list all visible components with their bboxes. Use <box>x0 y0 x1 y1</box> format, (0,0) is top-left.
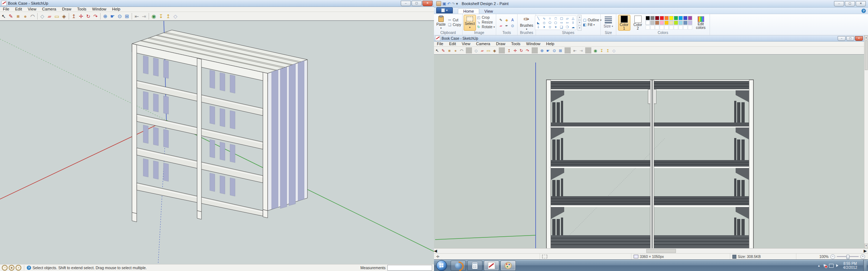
shape-pentagon[interactable]: ⬠ <box>547 21 553 25</box>
tape-measure-icon[interactable]: ▭ <box>53 13 60 20</box>
horizontal-scroll-thumb[interactable] <box>646 249 676 253</box>
zoom-extents-icon[interactable]: ⊞ <box>123 13 131 20</box>
swatch-white[interactable] <box>646 21 650 25</box>
swatch-black[interactable] <box>646 16 650 20</box>
taskbar-firefox-button[interactable] <box>451 261 466 271</box>
push-pull-icon[interactable]: ↥ <box>70 13 77 20</box>
make-component-icon[interactable]: ◇ <box>39 13 46 20</box>
swatch-light-turquoise[interactable] <box>678 21 683 25</box>
shape-six-point-star[interactable]: ✶ <box>553 25 558 29</box>
network-icon[interactable] <box>829 264 834 268</box>
fill-button[interactable]: ◧Fill▾ <box>583 23 601 27</box>
component-icon[interactable]: ◇ <box>172 13 179 20</box>
geolocation-status-icon[interactable]: ◔ <box>2 265 8 271</box>
tab-view[interactable]: View <box>479 9 498 14</box>
color1-button[interactable]: Color 1 <box>618 15 630 31</box>
taskbar-sketchup-button[interactable] <box>484 261 499 271</box>
orbit-tool-icon[interactable]: ⊕ <box>102 13 109 20</box>
action-center-icon[interactable]: ⚑ <box>823 263 826 268</box>
swatch-gray-25[interactable] <box>650 21 655 25</box>
swatch-gold[interactable] <box>664 21 669 25</box>
previous-view-icon[interactable]: ⇤ <box>133 13 140 20</box>
taskbar-paint-button[interactable] <box>501 261 516 271</box>
outline-button[interactable]: ▢Outline▾ <box>583 18 601 22</box>
shape-five-point-star[interactable]: ✩ <box>547 25 553 29</box>
swatch-dark-red[interactable] <box>655 16 659 20</box>
scroll-up-arrow[interactable]: ▲ <box>864 35 868 40</box>
restore-button[interactable]: ▢ <box>412 1 422 6</box>
save-icon[interactable]: ▣ <box>442 1 446 6</box>
vertical-scrollbar[interactable]: ▲ ▼ <box>864 35 868 248</box>
shape-left-arrow[interactable]: ⇦ <box>565 21 570 25</box>
shape-right-triangle[interactable]: ◣ <box>536 21 541 25</box>
shape-cloud-callout[interactable]: ☁ <box>570 25 576 29</box>
help-icon[interactable]: ? <box>27 266 31 270</box>
taskbar-calculator-button[interactable] <box>467 261 482 271</box>
zoom-slider-thumb[interactable] <box>846 255 850 259</box>
paint-canvas[interactable]: Book Case - SketchUp – ▢ ✕ FileEditViewC… <box>434 35 864 248</box>
rotate-button[interactable]: ↻Rotate▾ <box>477 25 495 29</box>
line-tool-icon[interactable]: ✎ <box>7 13 14 20</box>
zoom-in-button[interactable]: + <box>860 254 865 259</box>
next-view-icon[interactable]: ⇥ <box>140 13 148 20</box>
eraser-tool-icon[interactable]: ▰ <box>46 13 53 20</box>
menu-tools[interactable]: Tools <box>74 7 89 12</box>
horizontal-scrollbar[interactable]: ◀ ▶ <box>434 248 868 253</box>
text-tool-icon[interactable]: A <box>510 17 515 23</box>
shape-rectangle[interactable]: □ <box>553 16 558 21</box>
resize-button[interactable]: ↘Resize <box>477 20 495 25</box>
swatch-gray-50[interactable] <box>650 16 655 20</box>
shape-right-arrow[interactable]: ⇨ <box>559 21 564 25</box>
shape-rounded-callout[interactable]: ❑ <box>559 25 564 29</box>
eraser-tool-icon[interactable]: ▰ <box>498 23 504 29</box>
swatch-orange[interactable] <box>664 16 669 20</box>
shape-rounded-rectangle[interactable]: ▢ <box>559 16 564 21</box>
shape-polygon[interactable]: ▱ <box>565 16 570 21</box>
swatch-green[interactable] <box>674 16 678 20</box>
shape-up-arrow[interactable]: ⇧ <box>570 21 576 25</box>
undo-icon[interactable]: ↶ <box>447 1 450 6</box>
shape-down-arrow[interactable]: ⇩ <box>536 25 541 29</box>
rotate-tool-icon[interactable]: ↻ <box>85 13 92 20</box>
paint-app-icon[interactable] <box>436 1 441 6</box>
select-tool-icon[interactable]: ↖ <box>0 13 7 20</box>
swatch-blue-gray[interactable] <box>683 21 688 25</box>
redo-icon[interactable]: ↷ <box>452 1 455 6</box>
shape-curve[interactable]: ∿ <box>541 16 547 21</box>
magnifier-tool-icon[interactable]: ⊙ <box>510 23 515 29</box>
copy-button[interactable]: ❏Copy <box>448 23 461 27</box>
menu-file[interactable]: File <box>0 7 12 12</box>
swatch-rose[interactable] <box>660 21 664 25</box>
close-button[interactable]: ✕ <box>422 1 433 6</box>
shape-oval[interactable]: ○ <box>547 16 553 21</box>
vertical-scroll-thumb[interactable] <box>865 40 868 70</box>
taskbar-clock[interactable]: 8:55 PM 4/2/2012 <box>841 262 859 270</box>
speaker-icon[interactable] <box>836 264 838 267</box>
show-desktop-button[interactable] <box>863 260 867 271</box>
menu-view[interactable]: View <box>25 7 39 12</box>
zoom-tool-icon[interactable]: ⊙ <box>116 13 123 20</box>
zoom-out-button[interactable]: − <box>830 254 835 259</box>
swatch-lavender[interactable] <box>688 21 692 25</box>
swatch-indigo[interactable] <box>683 16 688 20</box>
minimize-button[interactable]: – <box>401 1 411 6</box>
swatch-light-yellow[interactable] <box>669 21 673 25</box>
pan-tool-icon[interactable]: ☛ <box>109 13 116 20</box>
close-button[interactable]: ✕ <box>856 1 866 7</box>
qat-menu-icon[interactable]: ▾ <box>456 1 458 6</box>
select-button[interactable]: Select▾ <box>464 15 476 31</box>
zoom-slider[interactable] <box>837 256 859 257</box>
swatch-lime[interactable] <box>674 21 678 25</box>
edit-colors-button[interactable]: Edit colors <box>694 15 708 31</box>
shape-triangle[interactable]: △ <box>570 16 576 21</box>
color2-button[interactable]: Color 2 <box>632 15 644 31</box>
swatch-yellow[interactable] <box>669 16 673 20</box>
minimize-button[interactable]: – <box>834 1 844 7</box>
menu-camera[interactable]: Camera <box>39 7 59 12</box>
swatch-red[interactable] <box>660 16 664 20</box>
attribution-status-icon[interactable]: ◑ <box>16 265 21 271</box>
start-button[interactable] <box>436 260 447 271</box>
size-button[interactable]: Size▾ <box>604 24 613 29</box>
swatch-brown[interactable] <box>655 21 659 25</box>
shape-diamond[interactable]: ◇ <box>541 21 547 25</box>
